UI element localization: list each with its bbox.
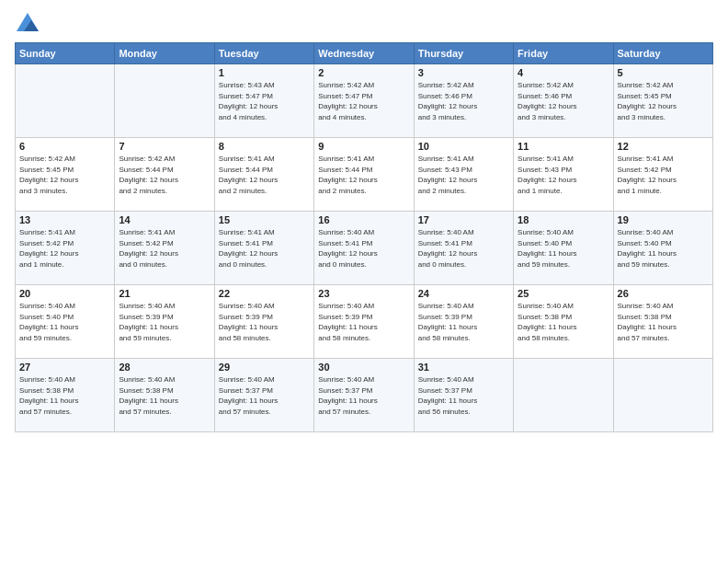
page: SundayMondayTuesdayWednesdayThursdayFrid… [0, 0, 728, 563]
calendar-cell: 26Sunrise: 5:40 AM Sunset: 5:38 PM Dayli… [613, 285, 712, 359]
day-info: Sunrise: 5:40 AM Sunset: 5:37 PM Dayligh… [219, 374, 310, 417]
calendar-table: SundayMondayTuesdayWednesdayThursdayFrid… [15, 42, 713, 432]
day-number: 6 [19, 141, 110, 152]
calendar-cell [613, 359, 712, 432]
calendar-cell [115, 64, 214, 138]
day-info: Sunrise: 5:40 AM Sunset: 5:39 PM Dayligh… [318, 301, 409, 343]
day-number: 11 [518, 141, 609, 152]
week-row-4: 27Sunrise: 5:40 AM Sunset: 5:38 PM Dayli… [16, 359, 713, 432]
day-info: Sunrise: 5:40 AM Sunset: 5:40 PM Dayligh… [518, 227, 609, 270]
day-number: 16 [318, 214, 409, 225]
calendar-cell: 24Sunrise: 5:40 AM Sunset: 5:39 PM Dayli… [414, 285, 513, 359]
day-info: Sunrise: 5:41 AM Sunset: 5:42 PM Dayligh… [119, 227, 210, 270]
calendar-cell: 15Sunrise: 5:41 AM Sunset: 5:41 PM Dayli… [214, 212, 313, 285]
calendar-cell: 9Sunrise: 5:41 AM Sunset: 5:44 PM Daylig… [314, 138, 414, 212]
day-info: Sunrise: 5:40 AM Sunset: 5:41 PM Dayligh… [418, 227, 509, 270]
calendar-cell: 11Sunrise: 5:41 AM Sunset: 5:43 PM Dayli… [514, 138, 613, 212]
day-info: Sunrise: 5:42 AM Sunset: 5:46 PM Dayligh… [518, 80, 609, 122]
day-number: 10 [418, 141, 509, 152]
week-row-2: 13Sunrise: 5:41 AM Sunset: 5:42 PM Dayli… [16, 212, 713, 285]
col-header-friday: Friday [514, 43, 613, 64]
day-number: 15 [219, 214, 310, 225]
day-number: 17 [418, 214, 509, 225]
calendar-cell: 13Sunrise: 5:41 AM Sunset: 5:42 PM Dayli… [16, 212, 115, 285]
col-header-tuesday: Tuesday [214, 43, 313, 64]
calendar-cell [16, 64, 115, 138]
calendar-cell: 27Sunrise: 5:40 AM Sunset: 5:38 PM Dayli… [16, 359, 115, 432]
calendar-cell: 30Sunrise: 5:40 AM Sunset: 5:37 PM Dayli… [314, 359, 414, 432]
header [15, 11, 713, 37]
day-number: 18 [518, 214, 609, 225]
day-number: 31 [418, 362, 509, 373]
calendar-cell: 7Sunrise: 5:42 AM Sunset: 5:44 PM Daylig… [115, 138, 214, 212]
day-number: 14 [119, 214, 210, 225]
logo-icon [15, 11, 40, 37]
day-number: 29 [219, 362, 310, 373]
day-number: 7 [119, 141, 210, 152]
day-number: 1 [219, 67, 310, 78]
day-info: Sunrise: 5:42 AM Sunset: 5:47 PM Dayligh… [318, 80, 409, 122]
day-info: Sunrise: 5:40 AM Sunset: 5:41 PM Dayligh… [318, 227, 409, 270]
week-row-1: 6Sunrise: 5:42 AM Sunset: 5:45 PM Daylig… [16, 138, 713, 212]
calendar-cell: 25Sunrise: 5:40 AM Sunset: 5:38 PM Dayli… [514, 285, 613, 359]
day-number: 21 [119, 288, 210, 299]
calendar-cell: 29Sunrise: 5:40 AM Sunset: 5:37 PM Dayli… [214, 359, 313, 432]
day-number: 5 [618, 67, 709, 78]
calendar-cell: 20Sunrise: 5:40 AM Sunset: 5:40 PM Dayli… [16, 285, 115, 359]
week-row-0: 1Sunrise: 5:43 AM Sunset: 5:47 PM Daylig… [16, 64, 713, 138]
day-info: Sunrise: 5:40 AM Sunset: 5:39 PM Dayligh… [119, 301, 210, 343]
calendar-cell: 6Sunrise: 5:42 AM Sunset: 5:45 PM Daylig… [16, 138, 115, 212]
col-header-wednesday: Wednesday [314, 43, 414, 64]
day-info: Sunrise: 5:40 AM Sunset: 5:37 PM Dayligh… [418, 374, 509, 417]
calendar-cell: 28Sunrise: 5:40 AM Sunset: 5:38 PM Dayli… [115, 359, 214, 432]
day-number: 27 [19, 362, 110, 373]
day-info: Sunrise: 5:40 AM Sunset: 5:38 PM Dayligh… [19, 374, 110, 417]
day-number: 3 [418, 67, 509, 78]
calendar-cell: 12Sunrise: 5:41 AM Sunset: 5:42 PM Dayli… [613, 138, 712, 212]
col-header-sunday: Sunday [16, 43, 115, 64]
calendar-cell: 16Sunrise: 5:40 AM Sunset: 5:41 PM Dayli… [314, 212, 414, 285]
day-number: 26 [618, 288, 709, 299]
day-info: Sunrise: 5:41 AM Sunset: 5:43 PM Dayligh… [418, 154, 509, 196]
day-number: 9 [318, 141, 409, 152]
calendar-cell: 5Sunrise: 5:42 AM Sunset: 5:45 PM Daylig… [613, 64, 712, 138]
day-number: 28 [119, 362, 210, 373]
logo [15, 11, 44, 37]
day-number: 30 [318, 362, 409, 373]
col-header-thursday: Thursday [414, 43, 513, 64]
calendar-cell: 2Sunrise: 5:42 AM Sunset: 5:47 PM Daylig… [314, 64, 414, 138]
day-number: 8 [219, 141, 310, 152]
day-number: 13 [19, 214, 110, 225]
day-info: Sunrise: 5:40 AM Sunset: 5:38 PM Dayligh… [119, 374, 210, 417]
calendar-cell: 8Sunrise: 5:41 AM Sunset: 5:44 PM Daylig… [214, 138, 313, 212]
day-info: Sunrise: 5:41 AM Sunset: 5:42 PM Dayligh… [19, 227, 110, 270]
calendar-cell: 19Sunrise: 5:40 AM Sunset: 5:40 PM Dayli… [613, 212, 712, 285]
calendar-cell: 31Sunrise: 5:40 AM Sunset: 5:37 PM Dayli… [414, 359, 513, 432]
calendar-cell: 18Sunrise: 5:40 AM Sunset: 5:40 PM Dayli… [514, 212, 613, 285]
day-number: 4 [518, 67, 609, 78]
col-header-monday: Monday [115, 43, 214, 64]
calendar-cell: 14Sunrise: 5:41 AM Sunset: 5:42 PM Dayli… [115, 212, 214, 285]
calendar-cell: 23Sunrise: 5:40 AM Sunset: 5:39 PM Dayli… [314, 285, 414, 359]
calendar-cell: 4Sunrise: 5:42 AM Sunset: 5:46 PM Daylig… [514, 64, 613, 138]
day-number: 20 [19, 288, 110, 299]
day-info: Sunrise: 5:40 AM Sunset: 5:38 PM Dayligh… [518, 301, 609, 343]
calendar-cell: 22Sunrise: 5:40 AM Sunset: 5:39 PM Dayli… [214, 285, 313, 359]
day-info: Sunrise: 5:40 AM Sunset: 5:37 PM Dayligh… [318, 374, 409, 417]
day-number: 24 [418, 288, 509, 299]
day-number: 25 [518, 288, 609, 299]
day-info: Sunrise: 5:40 AM Sunset: 5:39 PM Dayligh… [219, 301, 310, 343]
day-number: 22 [219, 288, 310, 299]
calendar-cell: 17Sunrise: 5:40 AM Sunset: 5:41 PM Dayli… [414, 212, 513, 285]
day-info: Sunrise: 5:42 AM Sunset: 5:44 PM Dayligh… [119, 154, 210, 196]
day-number: 19 [618, 214, 709, 225]
col-header-saturday: Saturday [613, 43, 712, 64]
day-number: 12 [618, 141, 709, 152]
day-info: Sunrise: 5:41 AM Sunset: 5:41 PM Dayligh… [219, 227, 310, 270]
day-info: Sunrise: 5:42 AM Sunset: 5:45 PM Dayligh… [618, 80, 709, 122]
week-row-3: 20Sunrise: 5:40 AM Sunset: 5:40 PM Dayli… [16, 285, 713, 359]
calendar-header-row: SundayMondayTuesdayWednesdayThursdayFrid… [16, 43, 713, 64]
calendar-cell [514, 359, 613, 432]
day-number: 23 [318, 288, 409, 299]
calendar-cell: 1Sunrise: 5:43 AM Sunset: 5:47 PM Daylig… [214, 64, 313, 138]
